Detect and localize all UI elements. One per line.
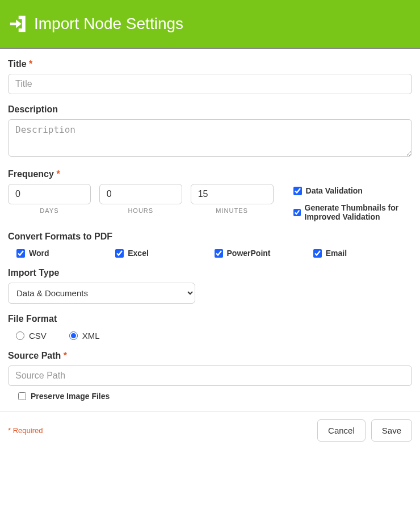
generate-thumbnails-checkbox[interactable] xyxy=(293,208,301,217)
file-format-csv-radio[interactable] xyxy=(16,331,24,340)
frequency-minutes-input[interactable] xyxy=(191,184,274,204)
source-path-label-text: Source Path xyxy=(8,351,61,360)
convert-powerpoint-item: PowerPoint xyxy=(215,249,313,258)
required-mark: * xyxy=(29,59,32,69)
frequency-minutes-group: MINUTES xyxy=(191,184,274,214)
file-format-field: File Format CSV XML xyxy=(8,314,412,341)
import-type-label: Import Type xyxy=(8,268,412,278)
title-field: Title * xyxy=(8,59,412,94)
dialog-footer: * Required Cancel Save xyxy=(0,411,420,449)
form-body: Title * Description Frequency * DAYS HOU… xyxy=(0,49,420,401)
convert-powerpoint-label: PowerPoint xyxy=(227,249,271,258)
save-button[interactable]: Save xyxy=(371,419,412,442)
data-validation-checkbox[interactable] xyxy=(293,187,302,195)
description-label: Description xyxy=(8,104,412,115)
file-format-csv-item: CSV xyxy=(16,331,47,341)
frequency-days-input[interactable] xyxy=(8,184,91,204)
convert-word-item: Word xyxy=(16,249,115,258)
convert-excel-item: Excel xyxy=(115,249,214,258)
frequency-row: DAYS HOURS MINUTES Data Validation Gener… xyxy=(8,184,412,221)
convert-word-checkbox[interactable] xyxy=(16,249,25,258)
dialog-header: Import Node Settings xyxy=(0,0,420,49)
convert-excel-label: Excel xyxy=(128,249,149,258)
import-type-select[interactable]: Data & Documents xyxy=(8,283,195,304)
convert-email-label: Email xyxy=(326,249,347,258)
import-icon xyxy=(8,14,28,34)
convert-excel-checkbox[interactable] xyxy=(115,249,124,258)
convert-email-item: Email xyxy=(313,249,412,258)
data-validation-label: Data Validation xyxy=(306,186,363,195)
required-mark: * xyxy=(64,351,67,360)
required-mark: * xyxy=(56,169,60,179)
required-note-text: Required xyxy=(11,426,43,435)
convert-email-checkbox[interactable] xyxy=(313,249,322,258)
frequency-hours-group: HOURS xyxy=(99,184,182,214)
cancel-button[interactable]: Cancel xyxy=(317,419,366,442)
preserve-row: Preserve Image Files xyxy=(8,392,412,401)
source-path-input[interactable] xyxy=(8,365,412,386)
frequency-field: Frequency * DAYS HOURS MINUTES Data Vali… xyxy=(8,169,412,221)
file-format-xml-label: XML xyxy=(82,331,100,341)
frequency-label-text: Frequency xyxy=(8,169,54,179)
file-format-row: CSV XML xyxy=(8,329,412,341)
convert-powerpoint-checkbox[interactable] xyxy=(215,249,223,258)
title-label-text: Title xyxy=(8,59,27,69)
preserve-label: Preserve Image Files xyxy=(31,392,110,401)
file-format-label: File Format xyxy=(8,314,412,324)
title-input[interactable] xyxy=(8,74,412,94)
generate-thumbnails-label: Generate Thumbnails for Improved Validat… xyxy=(305,203,412,221)
convert-row: Word Excel PowerPoint Email xyxy=(8,246,412,258)
frequency-checks: Data Validation Generate Thumbnails for … xyxy=(293,184,412,221)
description-input[interactable] xyxy=(8,119,412,157)
file-format-csv-label: CSV xyxy=(29,331,47,341)
frequency-minutes-unit: MINUTES xyxy=(216,207,248,214)
file-format-xml-item: XML xyxy=(69,331,100,341)
frequency-hours-input[interactable] xyxy=(99,184,182,204)
frequency-days-unit: DAYS xyxy=(40,207,58,214)
frequency-hours-unit: HOURS xyxy=(128,207,153,214)
data-validation-row: Data Validation xyxy=(293,186,412,195)
source-path-label: Source Path * xyxy=(8,351,412,361)
frequency-days-group: DAYS xyxy=(8,184,91,214)
source-path-field: Source Path * Preserve Image Files xyxy=(8,351,412,401)
description-field: Description xyxy=(8,104,412,159)
frequency-label: Frequency * xyxy=(8,169,412,179)
import-type-field: Import Type Data & Documents xyxy=(8,268,412,304)
convert-field: Convert Formats to PDF Word Excel PowerP… xyxy=(8,232,412,258)
dialog-title: Import Node Settings xyxy=(34,15,183,33)
file-format-xml-radio[interactable] xyxy=(69,331,78,340)
preserve-checkbox[interactable] xyxy=(18,392,26,400)
required-note: * Required xyxy=(8,426,43,435)
convert-word-label: Word xyxy=(29,249,49,258)
generate-thumbnails-row: Generate Thumbnails for Improved Validat… xyxy=(293,203,412,221)
convert-label: Convert Formats to PDF xyxy=(8,232,412,242)
title-label: Title * xyxy=(8,59,412,69)
